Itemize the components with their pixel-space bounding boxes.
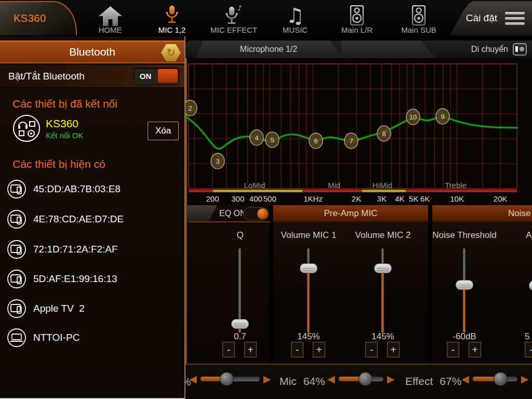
arrow-left-icon[interactable]: ◀ — [327, 374, 335, 384]
menu-icon — [505, 12, 525, 25]
svg-text:HiMid: HiMid — [373, 181, 392, 190]
nav-home[interactable]: HOME — [79, 2, 141, 34]
device-row[interactable]: NTTOI-PC — [0, 326, 184, 350]
slider-track[interactable] — [463, 248, 466, 332]
volume-mic2-plus-button[interactable]: + — [387, 342, 400, 357]
slider-knob[interactable] — [494, 372, 508, 386]
slider-knob[interactable] — [220, 372, 234, 386]
slider-thumb[interactable] — [231, 319, 249, 329]
noise-plus-button[interactable]: + — [469, 342, 481, 357]
slider-track[interactable] — [339, 377, 383, 381]
eq-node-6[interactable]: 6 — [309, 133, 323, 149]
slider-knob[interactable] — [358, 372, 373, 386]
svg-text:400: 400 — [249, 194, 262, 203]
dock-panel-icon[interactable] — [513, 43, 527, 56]
eq-node-9[interactable]: 9 — [436, 109, 449, 124]
eq-tab-strip: Microphone 1/2 Di chuyển — [185, 41, 532, 58]
eq-node-2[interactable]: 2 — [185, 100, 197, 116]
device-name: 45:DD:AB:7B:03:E8 — [33, 183, 121, 195]
slider-thumb[interactable] — [374, 263, 392, 273]
eq-node-10[interactable]: 10 — [406, 109, 420, 125]
slider-track[interactable] — [201, 377, 260, 381]
device-tab[interactable]: KS360 — [0, 1, 77, 35]
arrow-right-icon[interactable]: ▶ — [387, 374, 395, 384]
laptop-icon — [7, 328, 26, 348]
nav-mic-effect-label: MIC EFFECT — [203, 25, 264, 34]
svg-text:♪: ♪ — [237, 5, 242, 12]
bluetooth-title: Bluetooth — [69, 46, 115, 58]
q-minus-button[interactable]: - — [222, 342, 235, 357]
svg-text:20K: 20K — [494, 194, 508, 203]
device-row[interactable]: 72:1D:71:2A:F2:AF — [0, 237, 184, 261]
device-row[interactable]: 5D:AF:E1:99:16:13 — [0, 267, 184, 291]
svg-text:5K: 5K — [409, 194, 418, 203]
noise-minus-button[interactable]: - — [447, 342, 459, 357]
effect-level-readout: Effect 67% — [405, 375, 461, 388]
speaker-icon — [326, 2, 388, 26]
eq-node-8[interactable]: 8 — [377, 126, 391, 141]
tab-blank[interactable] — [341, 41, 436, 58]
nav-mic-effect[interactable]: ♪ MIC EFFECT — [203, 2, 264, 34]
tablet-phone-icon — [7, 299, 26, 318]
device-row[interactable]: 4E:78:CD:AE:D7:DE — [0, 207, 184, 231]
bluetooth-power-row: Bật/Tắt Bluetooth ON — [0, 65, 184, 88]
connected-device-row[interactable]: KS360 Kết nối OK Xóa — [0, 114, 184, 149]
svg-text:Mid: Mid — [328, 181, 340, 190]
effect-level-slider: ◀ ▶ — [461, 374, 528, 384]
svg-text:500: 500 — [263, 194, 276, 203]
nav-music[interactable]: ♫ MUSIC — [264, 2, 326, 34]
tablet-phone-icon — [7, 209, 26, 229]
q-plus-button[interactable]: + — [244, 342, 257, 357]
volume-mic2-label: Volume MIC 2 — [347, 230, 419, 241]
slider-track[interactable] — [473, 377, 517, 381]
eq-graph-panel: LoMidMidHiMidTreble2003004005001KHz2K3K4… — [185, 58, 532, 205]
nav-main-sub-label: Main SUB — [388, 25, 449, 34]
q-slider: Q 0.7 - + — [204, 205, 276, 364]
tab-microphone-12[interactable]: Microphone 1/2 — [193, 41, 344, 58]
move-label: Di chuyển — [471, 41, 508, 58]
nav-main-sub[interactable]: Main SUB — [388, 2, 449, 34]
arrow-left-icon[interactable]: ◀ — [461, 374, 469, 384]
volume-mic2-minus-button[interactable]: - — [365, 342, 378, 357]
eq-curve-chart[interactable]: LoMidMidHiMidTreble2003004005001KHz2K3K4… — [185, 58, 532, 205]
controls-area: EQ ON Pre-Amp MIC Noise Q 0.7 - + Volume… — [185, 205, 532, 364]
slider-track[interactable] — [307, 248, 310, 332]
partial-minus-button[interactable]: - — [525, 342, 532, 357]
volume-mic1-plus-button[interactable]: + — [313, 342, 325, 357]
device-row[interactable]: 45:DD:AB:7B:03:E8 — [0, 177, 184, 201]
home-icon — [79, 2, 141, 26]
device-row[interactable]: Apple TV 2 — [0, 297, 184, 321]
toggle-state-label: ON — [134, 68, 157, 85]
mic-level-slider: ◀ ▶ — [327, 374, 394, 384]
slider-thumb[interactable] — [300, 263, 317, 273]
eq-node-3[interactable]: 3 — [211, 153, 224, 169]
microphone-icon — [141, 2, 203, 26]
settings-button[interactable]: Cài đặt — [450, 1, 532, 35]
connected-device-status: Kết nối OK — [46, 131, 84, 140]
slider-thumb[interactable] — [456, 280, 473, 290]
bluetooth-toggle[interactable]: ON — [134, 68, 179, 85]
svg-text:4: 4 — [255, 134, 258, 142]
arrow-right-icon[interactable]: ▶ — [263, 374, 271, 384]
eq-node-5[interactable]: 5 — [265, 132, 279, 148]
eq-node-4[interactable]: 4 — [250, 130, 263, 145]
arrow-right-icon[interactable]: ▶ — [521, 374, 529, 384]
tablet-phone-icon — [7, 179, 26, 199]
volume-mic1-minus-button[interactable]: - — [291, 342, 303, 357]
arrow-left-icon[interactable]: ◀ — [189, 374, 197, 384]
eq-node-7[interactable]: 7 — [344, 133, 358, 149]
slider-track[interactable] — [381, 248, 384, 332]
nav-main-lr[interactable]: Main L/R — [326, 2, 388, 34]
partial-attack-value: 5 — [525, 331, 529, 342]
tablet-phone-icon — [7, 269, 26, 289]
refresh-hexagon-icon[interactable]: ↻ — [161, 44, 181, 61]
volume-mic1-slider: Volume MIC 1 145% - + — [272, 205, 345, 364]
mic-level-readout: Mic 64% — [280, 375, 325, 388]
settings-label: Cài đặt — [466, 12, 497, 24]
nav-main-lr-label: Main L/R — [326, 25, 388, 34]
effect-value: 67% — [440, 375, 461, 388]
delete-device-button[interactable]: Xóa — [148, 122, 179, 140]
nav-mic12[interactable]: MIC 1,2 — [141, 2, 203, 34]
svg-text:2K: 2K — [352, 194, 361, 203]
q-slider-label: Q — [204, 230, 276, 241]
